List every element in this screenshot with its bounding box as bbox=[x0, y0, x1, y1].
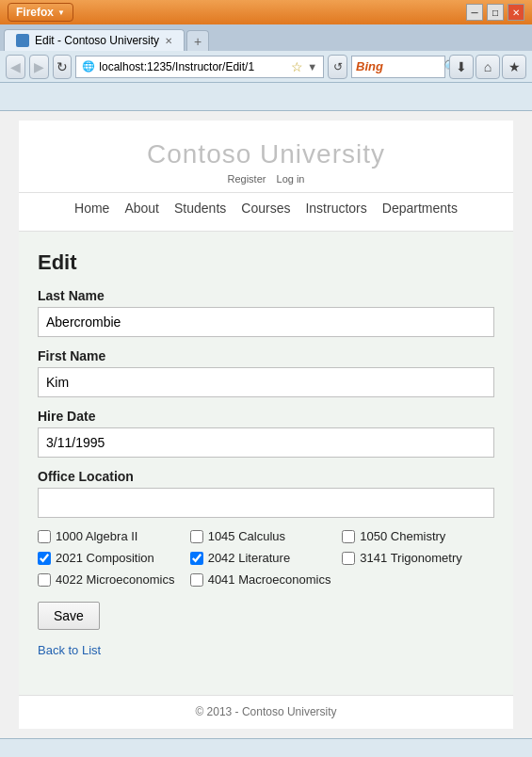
new-tab-icon: + bbox=[194, 34, 202, 49]
close-button[interactable]: ✕ bbox=[508, 4, 524, 21]
course-3141-item: 3141 Trigonometry bbox=[342, 551, 494, 565]
close-icon: ✕ bbox=[512, 8, 520, 18]
nav-departments[interactable]: Departments bbox=[382, 201, 458, 216]
tab-favicon bbox=[16, 34, 29, 47]
empty-cell bbox=[342, 572, 494, 587]
register-link[interactable]: Register bbox=[227, 173, 266, 185]
course-4022-item: 4022 Microeconomics bbox=[38, 572, 190, 587]
site-header: Contoso University Register Log in Home … bbox=[19, 121, 513, 232]
refresh-button[interactable]: ↻ bbox=[53, 55, 73, 79]
edit-form: Edit Last Name First Name Hire Date Offi… bbox=[19, 232, 513, 695]
course-2021-item: 2021 Composition bbox=[38, 551, 190, 565]
site-auth-links: Register Log in bbox=[19, 173, 513, 185]
course-2021-label: 2021 Composition bbox=[56, 551, 154, 565]
titlebar-left: Firefox bbox=[8, 3, 73, 22]
course-1050-item: 1050 Chemistry bbox=[342, 529, 494, 543]
search-bar: Bing 🔍 bbox=[351, 56, 445, 78]
star-icon[interactable]: ☆ bbox=[291, 59, 303, 74]
url-input[interactable] bbox=[99, 60, 287, 73]
nav-about[interactable]: About bbox=[124, 201, 159, 216]
minimize-icon: ─ bbox=[471, 8, 477, 18]
hire-date-label: Hire Date bbox=[38, 409, 494, 424]
course-2042-label: 2042 Literature bbox=[208, 551, 290, 565]
address-bar: 🌐 ☆ ▼ bbox=[75, 56, 324, 78]
site-footer: © 2013 - Contoso University bbox=[19, 695, 513, 728]
course-4022-label: 4022 Microeconomics bbox=[56, 572, 174, 587]
toolbar-icons: ⬇ ⌂ ★ bbox=[449, 55, 526, 79]
bookmarks-icon[interactable]: ★ bbox=[502, 55, 526, 79]
login-link[interactable]: Log in bbox=[277, 173, 305, 185]
page-content: Contoso University Register Log in Home … bbox=[0, 111, 532, 738]
forward-button[interactable]: ▶ bbox=[29, 55, 49, 79]
course-1000-checkbox[interactable] bbox=[38, 530, 51, 543]
maximize-icon: □ bbox=[492, 8, 498, 18]
office-location-label: Office Location bbox=[38, 469, 494, 484]
course-3141-label: 3141 Trigonometry bbox=[360, 551, 461, 565]
browser-toolbar bbox=[0, 83, 532, 111]
nav-courses[interactable]: Courses bbox=[241, 201, 290, 216]
footer-copyright: © 2013 - Contoso University bbox=[195, 705, 336, 718]
course-1045-item: 1045 Calculus bbox=[190, 529, 343, 543]
site-title: Contoso University bbox=[19, 139, 513, 169]
course-4041-item: 4041 Macroeconomics bbox=[190, 572, 343, 587]
new-tab-button[interactable]: + bbox=[186, 30, 209, 51]
reload-button[interactable]: ↺ bbox=[328, 55, 347, 79]
office-location-input[interactable] bbox=[38, 488, 494, 518]
course-1050-checkbox[interactable] bbox=[342, 530, 355, 543]
nav-home[interactable]: Home bbox=[74, 201, 109, 216]
last-name-label: Last Name bbox=[38, 288, 494, 303]
back-to-list-link[interactable]: Back to List bbox=[38, 643, 494, 657]
course-1045-checkbox[interactable] bbox=[190, 530, 203, 543]
maximize-button[interactable]: □ bbox=[487, 4, 504, 21]
site-nav: Home About Students Courses Instructors … bbox=[19, 192, 513, 221]
page-inner: Contoso University Register Log in Home … bbox=[19, 121, 513, 729]
titlebar: Firefox ─ □ ✕ bbox=[0, 0, 532, 24]
course-4022-checkbox[interactable] bbox=[38, 573, 51, 587]
download-icon[interactable]: ⬇ bbox=[449, 55, 474, 79]
page-heading: Edit bbox=[38, 250, 494, 275]
window-controls: ─ □ ✕ bbox=[466, 4, 524, 21]
course-4041-label: 4041 Macroeconomics bbox=[208, 572, 331, 587]
nav-students[interactable]: Students bbox=[174, 201, 226, 216]
course-1050-label: 1050 Chemistry bbox=[360, 529, 445, 543]
status-bar bbox=[0, 738, 532, 757]
back-icon: ◀ bbox=[10, 59, 21, 74]
bing-logo: Bing bbox=[356, 59, 383, 73]
bookmark-icon[interactable]: ▼ bbox=[307, 61, 317, 72]
course-1045-label: 1045 Calculus bbox=[208, 529, 285, 543]
browser-frame: Firefox ─ □ ✕ Edit - Contoso University … bbox=[0, 0, 532, 757]
firefox-label: Firefox bbox=[16, 6, 54, 19]
lock-icon: 🌐 bbox=[82, 60, 95, 72]
course-3141-checkbox[interactable] bbox=[342, 552, 355, 565]
course-2042-checkbox[interactable] bbox=[190, 552, 203, 565]
refresh-icon: ↻ bbox=[56, 59, 68, 74]
search-input[interactable] bbox=[385, 60, 442, 73]
first-name-label: First Name bbox=[38, 348, 494, 363]
courses-checkbox-grid: 1000 Algebra II 1045 Calculus 1050 Chemi… bbox=[38, 529, 494, 587]
course-2021-checkbox[interactable] bbox=[38, 552, 51, 565]
course-4041-checkbox[interactable] bbox=[190, 573, 203, 587]
home-icon[interactable]: ⌂ bbox=[476, 55, 500, 79]
hire-date-input[interactable] bbox=[38, 427, 494, 458]
forward-icon: ▶ bbox=[34, 59, 44, 74]
nav-instructors[interactable]: Instructors bbox=[305, 201, 366, 216]
course-2042-item: 2042 Literature bbox=[190, 551, 343, 565]
active-tab[interactable]: Edit - Contoso University ✕ bbox=[4, 29, 185, 51]
course-1000-item: 1000 Algebra II bbox=[38, 529, 190, 543]
reload-icon: ↺ bbox=[333, 60, 343, 73]
firefox-menu-button[interactable]: Firefox bbox=[8, 3, 73, 22]
tab-bar: Edit - Contoso University ✕ + bbox=[0, 24, 532, 51]
back-button[interactable]: ◀ bbox=[6, 55, 25, 79]
minimize-button[interactable]: ─ bbox=[466, 4, 483, 21]
save-button[interactable]: Save bbox=[38, 602, 100, 630]
tab-close-icon[interactable]: ✕ bbox=[165, 36, 172, 46]
last-name-input[interactable] bbox=[38, 307, 494, 337]
first-name-input[interactable] bbox=[38, 367, 494, 397]
navigation-bar: ◀ ▶ ↻ 🌐 ☆ ▼ ↺ Bing 🔍 ⬇ ⌂ ★ bbox=[0, 51, 532, 83]
course-1000-label: 1000 Algebra II bbox=[56, 529, 137, 543]
tab-title: Edit - Contoso University bbox=[35, 34, 159, 47]
